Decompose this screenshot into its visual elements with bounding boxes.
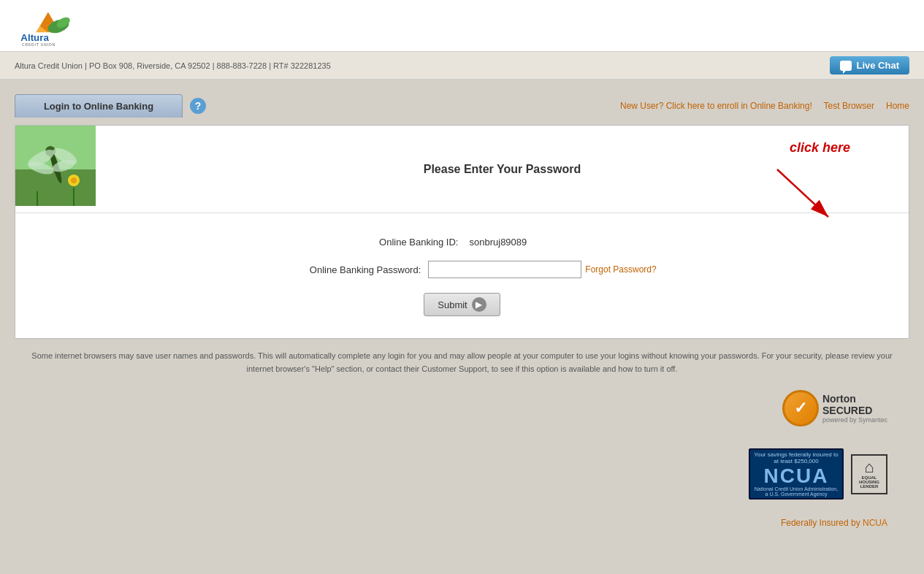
submit-button[interactable]: Submit ▶ (424, 293, 500, 316)
security-image (15, 126, 96, 206)
submit-arrow-icon: ▶ (472, 297, 486, 312)
warning-text: Some internet browsers may save user nam… (15, 350, 909, 375)
logo-bar: Altura CREDIT UNION (0, 0, 924, 51)
info-bar: Altura Credit Union | PO Box 908, Rivers… (0, 51, 924, 80)
new-user-link[interactable]: New User? Click here to enroll in Online… (620, 101, 812, 111)
svg-line-7 (777, 169, 828, 217)
home-link[interactable]: Home (886, 101, 909, 111)
help-icon[interactable]: ? (190, 98, 206, 114)
ncua-subtext: National Credit Union Administration, a … (754, 486, 839, 497)
password-row: Online Banking Password: Forgot Password… (30, 261, 894, 278)
contact-info: Altura Credit Union | PO Box 908, Rivers… (15, 61, 331, 70)
nav-separator (817, 101, 819, 111)
footer-badges: ✓ Norton SECURED powered by Symantec You… (15, 375, 909, 535)
logo: Altura CREDIT UNION (15, 7, 88, 47)
equal-housing-icon: ⌂ (864, 459, 874, 475)
white-panel: Please Enter Your Password click here (15, 125, 909, 339)
red-arrow-indicator (763, 162, 850, 237)
ncua-top-text: Your savings federally insured to at lea… (754, 451, 839, 464)
norton-text: Norton SECURED powered by Symantec (822, 393, 887, 424)
chat-bubble-icon (840, 61, 852, 71)
norton-badge-row: ✓ Norton SECURED powered by Symantec (782, 390, 887, 426)
panel-top: Please Enter Your Password click here (15, 126, 909, 213)
banking-id-value: sonbruj89089 (466, 235, 619, 249)
password-label: Online Banking Password: (267, 264, 428, 275)
symantec-text: powered by Symantec (822, 416, 887, 424)
submit-row: Submit ▶ (30, 293, 894, 316)
altura-logo: Altura CREDIT UNION (15, 7, 88, 47)
ncua-label: NCUA (764, 466, 829, 486)
ncua-badge: Your savings federally insured to at lea… (749, 448, 844, 500)
main-content: Login to Online Banking ? New User? Clic… (0, 80, 924, 546)
login-tab: Login to Online Banking (15, 94, 183, 118)
banking-id-label: Online Banking ID: (305, 237, 466, 248)
password-input[interactable] (428, 261, 581, 278)
password-title-area: Please Enter Your Password click here (96, 126, 909, 213)
federally-insured-text: Federally Insured by NCUA (781, 518, 887, 528)
login-panel-header: Login to Online Banking ? New User? Clic… (15, 91, 909, 125)
live-chat-label: Live Chat (856, 60, 899, 71)
security-image-canvas (15, 126, 96, 206)
norton-checkmark-icon: ✓ (782, 390, 819, 426)
norton-label: Norton (822, 393, 887, 405)
forgot-password-link[interactable]: Forgot Password? (585, 264, 656, 275)
submit-label: Submit (438, 299, 467, 310)
svg-text:CREDIT UNION: CREDIT UNION (22, 42, 56, 47)
live-chat-button[interactable]: Live Chat (830, 56, 909, 74)
equal-housing-badge: ⌂ EQUAL HOUSING LENDER (851, 454, 887, 494)
click-here-annotation: click here (790, 140, 850, 156)
ncua-equal-row: Your savings federally insured to at lea… (749, 448, 887, 500)
ncua-inline-label: NCUA (863, 518, 887, 528)
svg-text:Altura: Altura (20, 32, 49, 43)
nav-links: New User? Click here to enroll in Online… (620, 101, 909, 111)
norton-brand: Norton (822, 393, 856, 405)
test-browser-link[interactable]: Test Browser (824, 101, 874, 111)
norton-badge: ✓ Norton SECURED powered by Symantec (782, 390, 887, 426)
federally-insured-prefix: Federally Insured by (781, 518, 863, 528)
password-prompt: Please Enter Your Password (424, 163, 581, 176)
equal-housing-label: EQUAL HOUSING LENDER (852, 475, 886, 489)
nav-separator2 (879, 101, 881, 111)
norton-secured-label: SECURED (822, 405, 887, 416)
